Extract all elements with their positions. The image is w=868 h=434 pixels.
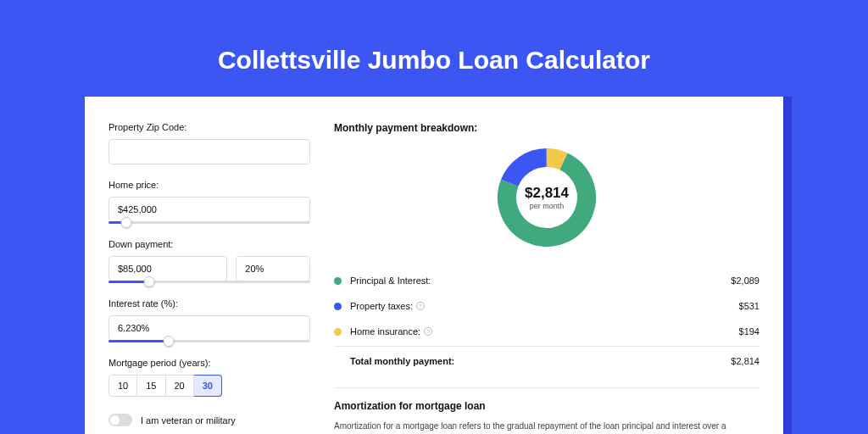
home-price-field: Home price: (108, 180, 310, 224)
donut-wrap: $2,814 per month (334, 146, 760, 249)
amortization-text: Amortization for a mortgage loan refers … (334, 420, 760, 434)
period-field: Mortgage period (years): 10152030 (108, 358, 310, 397)
veteran-label: I am veteran or military (141, 415, 236, 426)
legend-total-row: Total monthly payment: $2,814 (334, 347, 760, 374)
info-icon[interactable]: ? (424, 327, 432, 336)
amortization-title: Amortization for mortgage loan (334, 400, 760, 412)
legend-row: Home insurance:?$194 (334, 319, 760, 344)
period-button-10[interactable]: 10 (108, 375, 137, 397)
legend-total-label: Total monthly payment: (350, 356, 731, 366)
period-button-15[interactable]: 15 (137, 375, 165, 397)
legend-label: Home insurance:? (350, 326, 739, 337)
period-label: Mortgage period (years): (108, 358, 310, 368)
legend-row: Principal & Interest:$2,089 (334, 268, 760, 293)
breakdown-title: Monthly payment breakdown: (334, 122, 760, 134)
interest-input[interactable] (108, 315, 310, 341)
down-payment-field: Down payment: (108, 239, 310, 283)
interest-field: Interest rate (%): (108, 298, 310, 342)
legend-label: Principal & Interest: (350, 275, 731, 286)
interest-slider-thumb[interactable] (164, 336, 175, 347)
down-payment-slider[interactable] (108, 281, 310, 283)
donut-amount: $2,814 (525, 185, 569, 202)
legend-row: Property taxes:?$531 (334, 293, 760, 319)
home-price-label: Home price: (108, 180, 310, 190)
down-payment-input[interactable] (108, 256, 227, 281)
interest-label: Interest rate (%): (108, 298, 310, 309)
legend-label-text: Principal & Interest: (350, 275, 431, 286)
period-button-20[interactable]: 20 (166, 375, 194, 397)
legend-value: $194 (739, 326, 760, 337)
down-payment-label: Down payment: (108, 239, 310, 249)
down-payment-slider-thumb[interactable] (143, 276, 154, 287)
legend-label-text: Property taxes: (350, 301, 413, 311)
home-price-slider[interactable] (108, 221, 310, 224)
zip-input[interactable] (108, 139, 310, 164)
zip-label: Property Zip Code: (108, 122, 310, 132)
legend-dot (334, 303, 342, 310)
home-price-input[interactable] (108, 197, 310, 222)
page-title: Collettsville Jumbo Loan Calculator (0, 0, 868, 97)
veteran-toggle[interactable] (108, 414, 132, 426)
interest-slider[interactable] (108, 340, 310, 342)
period-button-30[interactable]: 30 (194, 375, 222, 397)
donut-sub: per month (530, 202, 565, 210)
down-payment-pct-input[interactable] (236, 256, 310, 281)
info-icon[interactable]: ? (416, 302, 425, 310)
legend-label: Property taxes:? (350, 301, 739, 311)
legend-value: $2,089 (731, 275, 760, 286)
legend-label-text: Home insurance: (350, 326, 420, 337)
donut-center: $2,814 per month (495, 146, 598, 249)
period-group: 10152030 (108, 375, 310, 397)
home-price-slider-thumb[interactable] (121, 217, 132, 228)
form-panel: Property Zip Code: Home price: Down paym… (108, 122, 310, 434)
interest-slider-fill (108, 340, 169, 342)
legend-value: $531 (739, 301, 760, 311)
legend-dot (334, 328, 342, 336)
donut-chart: $2,814 per month (495, 146, 598, 249)
legend-total-value: $2,814 (731, 356, 760, 366)
breakdown-panel: Monthly payment breakdown: $2,814 per mo… (334, 122, 760, 434)
amortization-section: Amortization for mortgage loan Amortizat… (334, 387, 760, 434)
veteran-row: I am veteran or military (108, 414, 310, 426)
legend-dot (334, 277, 342, 285)
calculator-card: Property Zip Code: Home price: Down paym… (85, 97, 783, 434)
legend: Principal & Interest:$2,089Property taxe… (334, 268, 760, 344)
zip-field: Property Zip Code: (108, 122, 310, 164)
